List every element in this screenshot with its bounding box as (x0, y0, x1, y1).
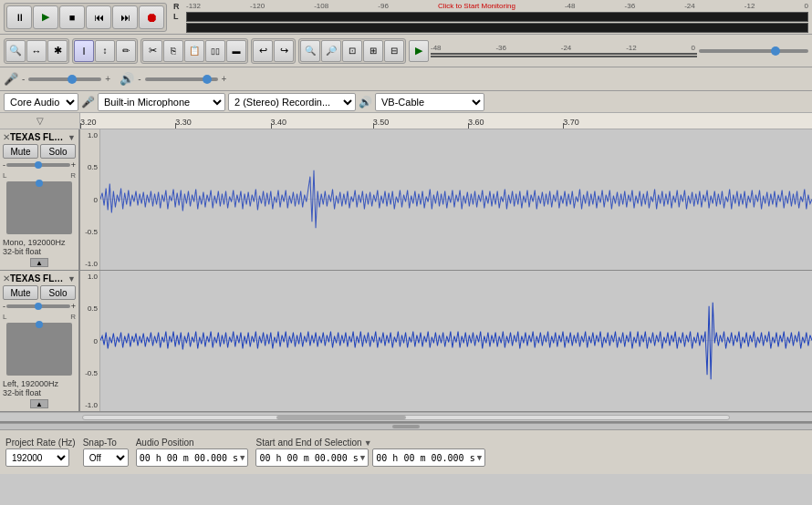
multi-tool-button[interactable]: ✱ (47, 40, 68, 62)
playback-meter-bar-r[interactable] (431, 53, 697, 55)
selection-start-value: 00 h 00 m 00.000 s ▼ (255, 448, 369, 467)
undo-redo-group: ↩ ↪ (251, 38, 296, 64)
recording-r-label: R (173, 2, 184, 11)
track-2-waveform-svg (100, 271, 812, 411)
track-1-dropdown-arrow[interactable]: ▼ (68, 133, 76, 142)
audio-host-select[interactable]: Core Audio (4, 93, 78, 111)
recording-meter-bar-r[interactable] (186, 12, 808, 22)
zoom-sel-button[interactable]: ⊞ (363, 40, 383, 62)
zoom-out-button[interactable]: 🔎 (321, 40, 341, 62)
channels-select[interactable]: 2 (Stereo) Recordin... (228, 93, 356, 111)
horizontal-scrollbar[interactable] (0, 412, 812, 421)
track-1-mute-button[interactable]: Mute (3, 144, 38, 159)
track-1-waveform[interactable]: 1.0 0.5 0 -0.5 -1.0 (80, 129, 812, 270)
playback-speed-slider[interactable] (699, 49, 808, 53)
audio-position-value: 00 h 00 m 00.000 s ▼ (136, 448, 249, 467)
selection-area: Start and End of Selection ▼ 00 h 00 m 0… (255, 438, 485, 467)
track-1-waveform-svg (100, 129, 812, 270)
track-1-expand-button[interactable]: ▲ (30, 258, 48, 267)
recording-meter-group: R -132 -120 -108 -96 Click to Start Moni… (173, 2, 808, 33)
zoom-in-tool-button[interactable]: 🔍 (5, 40, 26, 62)
output-device-icon: 🔊 (359, 96, 372, 108)
selection-dropdown-arrow[interactable]: ▼ (364, 438, 372, 448)
zoom-fit-button[interactable]: ⊡ (342, 40, 362, 62)
track-2-mute-button[interactable]: Mute (3, 285, 38, 300)
resize-handle[interactable] (392, 425, 420, 428)
silence-button[interactable]: ▬ (226, 40, 246, 62)
vol-minus: - (22, 74, 25, 84)
record-button[interactable]: ⏺ (139, 5, 164, 29)
zoom-in-button[interactable]: 🔍 (300, 40, 320, 62)
copy-button[interactable]: ⎘ (163, 40, 183, 62)
track-1-pan-slider[interactable] (6, 181, 72, 234)
redo-button[interactable]: ↪ (274, 40, 294, 62)
audio-position-field: Audio Position 00 h 00 m 00.000 s ▼ (136, 438, 249, 467)
sel-start-dropdown[interactable]: ▼ (360, 453, 365, 462)
statusbar: Project Rate (Hz) 192000 Snap-To Off Aud… (0, 421, 812, 474)
draw-tool-button[interactable]: ✏ (116, 40, 136, 62)
vol-plus: + (105, 74, 110, 84)
track-2-close[interactable]: ✕ (3, 273, 10, 283)
play-button[interactable]: ▶ (33, 5, 58, 29)
zoom-toggle-button[interactable]: ⊟ (384, 40, 404, 62)
envelope-tool-button[interactable]: ↕ (95, 40, 115, 62)
click-to-monitor[interactable]: Click to Start Monitoring (438, 2, 515, 10)
track-2-solo-button[interactable]: Solo (40, 285, 76, 300)
project-rate-select[interactable]: 192000 (5, 448, 69, 467)
audio-position-label: Audio Position (136, 438, 249, 448)
track-row-1: ✕ TEXAS FLOO ▼ Mute Solo - + L R (0, 129, 812, 271)
sel-end-dropdown[interactable]: ▼ (477, 453, 482, 462)
track-row-2: ✕ TEXAS FLOO ▼ Mute Solo - + L R (0, 271, 812, 412)
skip-start-button[interactable]: ⏮ (86, 5, 111, 29)
track-2-volume-slider[interactable] (6, 304, 70, 308)
input-volume-slider[interactable] (28, 77, 101, 81)
track-2-vol-minus: - (3, 302, 5, 311)
output-device-select[interactable]: VB-Cable (375, 93, 484, 111)
playback-meter-bar-l[interactable] (431, 56, 697, 57)
speaker-icon: 🔊 (120, 72, 134, 86)
output-volume-slider[interactable] (145, 77, 218, 81)
stop-button[interactable]: ■ (59, 5, 85, 29)
project-rate-label: Project Rate (Hz) (5, 438, 76, 448)
audio-position-dropdown[interactable]: ▼ (240, 453, 245, 462)
outvol-plus: + (222, 74, 227, 84)
skip-end-button[interactable]: ⏭ (112, 5, 138, 29)
select-tool-button[interactable]: I (74, 40, 94, 62)
clipboard-tools-group: ✂ ⎘ 📋 ▯▯ ▬ (141, 38, 248, 64)
selection-end-value: 00 h 00 m 00.000 s ▼ (372, 448, 485, 467)
microphone-icon: 🎤 (4, 72, 18, 86)
transport-group: ⏸ ▶ ■ ⏮ ⏭ ⏺ (4, 3, 167, 32)
track-2-vol-plus: + (71, 302, 76, 311)
edit-tools-group: I ↕ ✏ (72, 38, 138, 64)
project-rate-field: Project Rate (Hz) 192000 (5, 438, 76, 467)
track-2-dropdown-arrow[interactable]: ▼ (68, 274, 76, 283)
trim-button[interactable]: ▯▯ (205, 40, 225, 62)
zoom-buttons-group: 🔍 🔎 ⊡ ⊞ ⊟ (298, 38, 406, 64)
recording-meter-bar-l[interactable] (186, 23, 808, 33)
track-2-info: Left, 192000Hz 32-bit float (3, 379, 76, 397)
track-2-waveform[interactable]: 1.0 0.5 0 -0.5 -1.0 (80, 271, 812, 411)
ruler-arrow: ▽ (36, 116, 44, 126)
snap-to-field: Snap-To Off (83, 438, 129, 467)
track-1-close[interactable]: ✕ (3, 132, 10, 142)
track-1-vol-minus: - (3, 160, 5, 170)
undo-button[interactable]: ↩ (253, 40, 273, 62)
track-1-volume-slider[interactable] (6, 163, 70, 167)
selection-label: Start and End of Selection (255, 438, 361, 448)
snap-to-select[interactable]: Off (83, 448, 129, 467)
track-2-pan-slider[interactable] (6, 323, 72, 376)
snap-to-label: Snap-To (83, 438, 129, 448)
track-1-info: Mono, 192000Hz 32-bit float (3, 238, 76, 256)
track-1-name: TEXAS FLOO (10, 132, 68, 142)
paste-button[interactable]: 📋 (184, 40, 204, 62)
cut-button[interactable]: ✂ (142, 40, 162, 62)
track-1-controls: ✕ TEXAS FLOO ▼ Mute Solo - + L R (0, 129, 80, 270)
track-1-vol-plus: + (71, 160, 76, 170)
track-2-expand-button[interactable]: ▲ (30, 399, 48, 408)
play-at-speed-button[interactable]: ▶ (409, 40, 429, 62)
input-device-select[interactable]: Built-in Microphone (98, 93, 225, 111)
pause-button[interactable]: ⏸ (6, 5, 32, 29)
track-1-solo-button[interactable]: Solo (40, 144, 76, 159)
track-2-controls: ✕ TEXAS FLOO ▼ Mute Solo - + L R (0, 271, 80, 411)
slide-tool-button[interactable]: ↔ (26, 40, 47, 62)
